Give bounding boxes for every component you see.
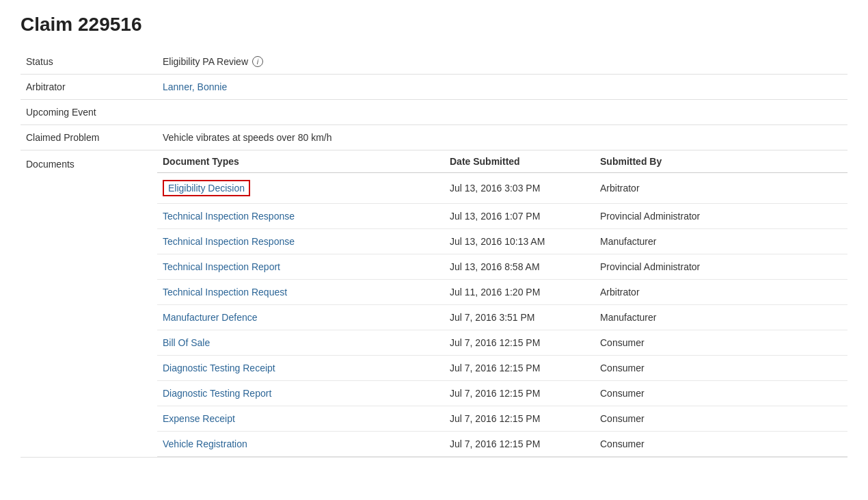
doc-type-cell: Technical Inspection Request <box>157 280 444 305</box>
doc-type-link[interactable]: Diagnostic Testing Receipt <box>163 363 275 373</box>
claimed-problem-value: Vehicle vibrates at speeds over 80 km/h <box>157 125 847 150</box>
doc-submitter-cell: Consumer <box>595 330 847 356</box>
table-row: Expense ReceiptJul 7, 2016 12:15 PMConsu… <box>157 406 847 432</box>
upcoming-event-row: Upcoming Event <box>21 100 847 125</box>
doc-type-cell: Bill Of Sale <box>157 330 444 356</box>
arbitrator-link[interactable]: Lanner, Bonnie <box>163 81 227 92</box>
status-row: Status Eligibility PA Review i <box>21 49 847 75</box>
doc-date-cell: Jul 13, 2016 10:13 AM <box>444 229 595 254</box>
doc-type-cell: Vehicle Registration <box>157 432 444 457</box>
doc-date-cell: Jul 7, 2016 12:15 PM <box>444 432 595 457</box>
claimed-problem-label: Claimed Problem <box>21 125 157 150</box>
table-row: Diagnostic Testing ReportJul 7, 2016 12:… <box>157 381 847 406</box>
doc-date-cell: Jul 7, 2016 12:15 PM <box>444 381 595 406</box>
table-row: Diagnostic Testing ReceiptJul 7, 2016 12… <box>157 356 847 381</box>
doc-date-cell: Jul 13, 2016 8:58 AM <box>444 254 595 280</box>
doc-date-cell: Jul 7, 2016 12:15 PM <box>444 356 595 381</box>
doc-submitter-cell: Manufacturer <box>595 305 847 330</box>
doc-type-cell: Technical Inspection Response <box>157 229 444 254</box>
table-row: Technical Inspection ResponseJul 13, 201… <box>157 229 847 254</box>
doc-date-cell: Jul 7, 2016 3:51 PM <box>444 305 595 330</box>
documents-row: Documents Document Types Date Submitted … <box>21 150 847 458</box>
claimed-problem-row: Claimed Problem Vehicle vibrates at spee… <box>21 125 847 150</box>
doc-date-cell: Jul 13, 2016 3:03 PM <box>444 173 595 204</box>
doc-type-link[interactable]: Diagnostic Testing Report <box>163 388 271 399</box>
table-row: Vehicle RegistrationJul 7, 2016 12:15 PM… <box>157 432 847 457</box>
status-label: Status <box>21 49 157 75</box>
documents-table-cell: Document Types Date Submitted Submitted … <box>157 150 847 458</box>
upcoming-event-label: Upcoming Event <box>21 100 157 125</box>
doc-type-link[interactable]: Technical Inspection Request <box>163 287 287 298</box>
doc-date-cell: Jul 7, 2016 12:15 PM <box>444 406 595 432</box>
doc-submitter-cell: Provincial Administrator <box>595 254 847 280</box>
upcoming-event-value <box>157 100 847 125</box>
doc-submitter-cell: Manufacturer <box>595 229 847 254</box>
doc-submitter-cell: Arbitrator <box>595 280 847 305</box>
doc-type-link[interactable]: Expense Receipt <box>163 413 235 424</box>
doc-type-link[interactable]: Technical Inspection Response <box>163 236 295 247</box>
doc-type-link[interactable]: Manufacturer Defence <box>163 312 258 323</box>
page-title: Claim 229516 <box>21 14 847 36</box>
doc-type-link-highlighted[interactable]: Eligibility Decision <box>163 180 250 196</box>
doc-type-cell: Technical Inspection Report <box>157 254 444 280</box>
doc-submitter-cell: Consumer <box>595 432 847 457</box>
doc-type-cell: Diagnostic Testing Receipt <box>157 356 444 381</box>
table-row: Manufacturer DefenceJul 7, 2016 3:51 PMM… <box>157 305 847 330</box>
doc-type-link[interactable]: Bill Of Sale <box>163 337 210 348</box>
doc-submitter-cell: Provincial Administrator <box>595 204 847 229</box>
table-row: Technical Inspection ReportJul 13, 2016 … <box>157 254 847 280</box>
doc-date-cell: Jul 7, 2016 12:15 PM <box>444 330 595 356</box>
doc-submitter-cell: Consumer <box>595 406 847 432</box>
arbitrator-label: Arbitrator <box>21 75 157 100</box>
doc-submitter-cell: Arbitrator <box>595 173 847 204</box>
doc-type-link[interactable]: Technical Inspection Report <box>163 261 280 272</box>
table-row: Bill Of SaleJul 7, 2016 12:15 PMConsumer <box>157 330 847 356</box>
documents-label: Documents <box>21 150 157 458</box>
doc-submitter-cell: Consumer <box>595 381 847 406</box>
doc-date-cell: Jul 13, 2016 1:07 PM <box>444 204 595 229</box>
table-row: Eligibility DecisionJul 13, 2016 3:03 PM… <box>157 173 847 204</box>
doc-type-cell: Eligibility Decision <box>157 173 444 204</box>
status-value: Eligibility PA Review i <box>157 49 847 75</box>
arbitrator-row: Arbitrator Lanner, Bonnie <box>21 75 847 100</box>
doc-type-cell: Diagnostic Testing Report <box>157 381 444 406</box>
status-text: Eligibility PA Review <box>163 56 248 67</box>
doc-type-link[interactable]: Vehicle Registration <box>163 438 247 449</box>
doc-type-cell: Manufacturer Defence <box>157 305 444 330</box>
arbitrator-value: Lanner, Bonnie <box>157 75 847 100</box>
doc-type-cell: Technical Inspection Response <box>157 204 444 229</box>
table-row: Technical Inspection RequestJul 11, 2016… <box>157 280 847 305</box>
col-header-submitted-by: Submitted By <box>595 150 847 173</box>
info-icon[interactable]: i <box>252 56 263 67</box>
col-header-type: Document Types <box>157 150 444 173</box>
doc-type-link[interactable]: Technical Inspection Response <box>163 211 295 222</box>
doc-date-cell: Jul 11, 2016 1:20 PM <box>444 280 595 305</box>
table-row: Technical Inspection ResponseJul 13, 201… <box>157 204 847 229</box>
col-header-date: Date Submitted <box>444 150 595 173</box>
doc-type-cell: Expense Receipt <box>157 406 444 432</box>
doc-submitter-cell: Consumer <box>595 356 847 381</box>
